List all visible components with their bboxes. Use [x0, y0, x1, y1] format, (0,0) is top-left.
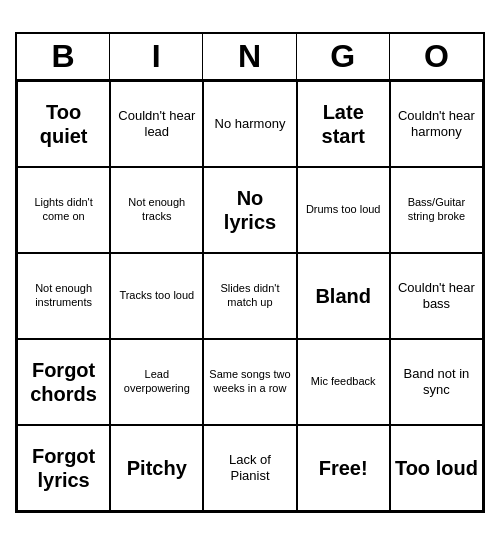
bingo-cell: Late start	[297, 81, 390, 167]
bingo-cell: Bass/Guitar string broke	[390, 167, 483, 253]
bingo-cell: Bland	[297, 253, 390, 339]
header-letter: I	[110, 34, 203, 79]
bingo-cell: Forgot lyrics	[17, 425, 110, 511]
bingo-cell: Free!	[297, 425, 390, 511]
header-letter: O	[390, 34, 483, 79]
bingo-cell: Mic feedback	[297, 339, 390, 425]
bingo-cell: Drums too loud	[297, 167, 390, 253]
bingo-cell: No lyrics	[203, 167, 296, 253]
bingo-cell: Band not in sync	[390, 339, 483, 425]
bingo-cell: Forgot chords	[17, 339, 110, 425]
bingo-cell: Too quiet	[17, 81, 110, 167]
header-letter: B	[17, 34, 110, 79]
bingo-cell: Slides didn't match up	[203, 253, 296, 339]
bingo-cell: Lights didn't come on	[17, 167, 110, 253]
bingo-card: BINGO Too quietCouldn't hear leadNo harm…	[15, 32, 485, 513]
header-letter: N	[203, 34, 296, 79]
bingo-cell: Lack of Pianist	[203, 425, 296, 511]
bingo-header: BINGO	[17, 34, 483, 81]
bingo-cell: Not enough instruments	[17, 253, 110, 339]
bingo-cell: Tracks too loud	[110, 253, 203, 339]
bingo-cell: Same songs two weeks in a row	[203, 339, 296, 425]
bingo-cell: Couldn't hear lead	[110, 81, 203, 167]
bingo-cell: Pitchy	[110, 425, 203, 511]
bingo-cell: Couldn't hear harmony	[390, 81, 483, 167]
bingo-cell: Not enough tracks	[110, 167, 203, 253]
bingo-grid: Too quietCouldn't hear leadNo harmonyLat…	[17, 81, 483, 511]
header-letter: G	[297, 34, 390, 79]
bingo-cell: Lead overpowering	[110, 339, 203, 425]
bingo-cell: Too loud	[390, 425, 483, 511]
bingo-cell: Couldn't hear bass	[390, 253, 483, 339]
bingo-cell: No harmony	[203, 81, 296, 167]
